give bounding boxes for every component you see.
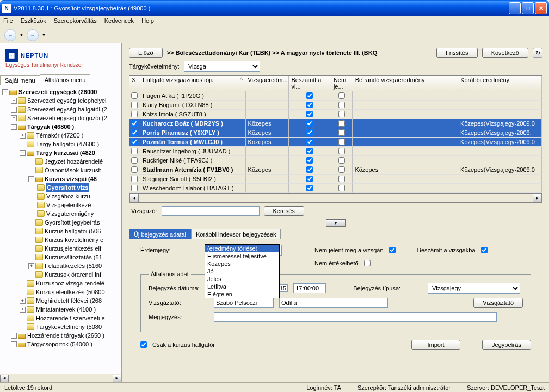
row-checkbox[interactable]	[131, 102, 138, 108]
prev-button[interactable]: Előző	[129, 48, 163, 58]
examiner-first-input[interactable]	[214, 298, 274, 308]
import-button[interactable]: Import	[411, 340, 460, 350]
menu-roleswitch[interactable]: Szerepkörváltás	[54, 17, 97, 26]
row-counts-checkbox[interactable]	[306, 92, 313, 99]
row-absent-checkbox[interactable]	[338, 139, 345, 145]
grade-option[interactable]: Közepes	[205, 260, 279, 267]
examinee-input[interactable]	[162, 206, 260, 216]
tree-item-selected[interactable]: Gyorsított vizs	[46, 183, 89, 192]
row-absent-checkbox[interactable]	[338, 111, 345, 117]
grade-option[interactable]: (eredmény törlése)	[205, 245, 279, 252]
table-row[interactable]: Pozmán Tormás ( MWLCJ0 )KözepesKözepes(V…	[129, 138, 542, 147]
row-checkbox[interactable]	[131, 92, 138, 99]
row-absent-checkbox[interactable]	[338, 120, 345, 127]
write-grade-button[interactable]: Jegybeírás	[482, 340, 531, 350]
sidebar-tab-own[interactable]: Saját menü	[0, 75, 40, 85]
menu-tools[interactable]: Eszközök	[21, 17, 46, 26]
row-counts-checkbox[interactable]	[306, 139, 313, 145]
row-checkbox[interactable]	[131, 129, 138, 136]
grid-scroll-right[interactable]: ►	[533, 194, 542, 202]
table-row[interactable]: Stoginger Sarlott ( S5FBI2 )	[129, 175, 542, 184]
col-student[interactable]: Hallgató vizsgaazonosítója △	[140, 76, 246, 91]
row-counts-checkbox[interactable]	[306, 102, 313, 108]
tab-prev-entries[interactable]: Korábbi indexsor-bejegyzések	[191, 229, 281, 239]
row-absent-checkbox[interactable]	[338, 185, 345, 191]
row-absent-checkbox[interactable]	[338, 176, 345, 182]
table-row[interactable]: Hugeri Atika ( I1P20G )	[129, 91, 542, 101]
row-counts-checkbox[interactable]	[306, 148, 313, 154]
row-checkbox[interactable]	[131, 176, 138, 182]
menu-help[interactable]: Help	[141, 17, 154, 26]
menu-file[interactable]: File	[3, 17, 13, 26]
grade-dropdown-list[interactable]: (eredmény törlése) Elismeréssel teljesít…	[205, 244, 280, 298]
row-checkbox[interactable]	[131, 166, 138, 173]
col-num[interactable]: 3	[129, 76, 140, 91]
scroll-right-button[interactable]: ►	[113, 375, 121, 382]
table-row[interactable]: Ruckriger Niké ( TPA9CJ )	[129, 156, 542, 165]
examiner-button[interactable]: Vizsgáztató	[473, 298, 523, 308]
table-row[interactable]: Kucharocz Boáz ( MDR2YS )KözepesKözepes(…	[129, 119, 542, 128]
col-enter[interactable]: Beírandó vizsgaeredmény	[353, 76, 459, 91]
row-absent-checkbox[interactable]	[338, 102, 345, 108]
nav-forward-button[interactable]: →	[27, 29, 39, 41]
row-absent-checkbox[interactable]	[338, 166, 345, 173]
nav-back-button[interactable]: ←	[4, 29, 16, 41]
row-absent-checkbox[interactable]	[338, 157, 345, 164]
tab-new-entry[interactable]: Új bejegyzés adatai	[129, 229, 191, 239]
table-row[interactable]: Klaity Bogumil ( DXTN88 )	[129, 101, 542, 110]
row-counts-checkbox[interactable]	[306, 111, 313, 117]
col-counts[interactable]: Beszámít a vi...	[289, 76, 331, 91]
table-row[interactable]: Wieschendorff Talabor ( BATAGT )	[129, 184, 542, 193]
grid-scroll-left[interactable]: ◄	[129, 194, 139, 202]
col-prev[interactable]: Korábbi eredmény	[458, 76, 542, 91]
tree-view[interactable]: −Szervezeti egységek (28000 +Szervezeti …	[0, 85, 121, 374]
row-checkbox[interactable]	[131, 120, 138, 127]
row-counts-checkbox[interactable]	[306, 157, 313, 164]
examiner-last-input[interactable]	[279, 298, 388, 308]
row-counts-checkbox[interactable]	[306, 185, 313, 191]
note-input[interactable]	[214, 312, 497, 322]
grade-option[interactable]: Elégtelen	[205, 290, 279, 298]
tree-toggle[interactable]: −	[2, 89, 8, 95]
only-course-checkbox[interactable]	[140, 341, 147, 348]
row-counts-checkbox[interactable]	[306, 129, 313, 136]
next-button[interactable]: Következő	[482, 48, 528, 58]
row-absent-checkbox[interactable]	[338, 92, 345, 99]
search-button[interactable]: Keresés	[264, 206, 304, 216]
table-row[interactable]: Stadlmann Artemízia ( FV1BV0 )KözepesKöz…	[129, 165, 542, 175]
refresh-button[interactable]: Frissítés	[436, 48, 478, 58]
counts-checkbox[interactable]	[481, 247, 488, 253]
row-checkbox[interactable]	[131, 157, 138, 164]
row-checkbox[interactable]	[131, 185, 138, 191]
grade-option[interactable]: Jó	[205, 267, 279, 275]
table-row[interactable]: Porris Piramusz ( Y0XPLY )KözepesKözepes…	[129, 128, 542, 138]
nav-back-drop[interactable]: ▼	[20, 33, 23, 37]
col-absent[interactable]: Nem je...	[331, 76, 353, 91]
collapse-toggle[interactable]: ▼	[326, 219, 346, 227]
row-counts-checkbox[interactable]	[306, 120, 313, 127]
absent-checkbox[interactable]	[389, 247, 396, 253]
col-result[interactable]: Vizsgaeredm...	[245, 76, 289, 91]
grade-option[interactable]: Letiltva	[205, 283, 279, 290]
table-row[interactable]: Rausnitzer Ingeborg ( JUUMAD )	[129, 147, 542, 156]
row-counts-checkbox[interactable]	[306, 166, 313, 173]
sidebar-tab-general[interactable]: Általános menü	[40, 74, 91, 85]
row-absent-checkbox[interactable]	[338, 148, 345, 154]
grade-option[interactable]: Elismeréssel teljesítve	[205, 252, 279, 260]
nav-fwd-drop[interactable]: ▼	[42, 33, 46, 37]
requirement-select[interactable]: Vizsga	[184, 61, 260, 72]
grade-option[interactable]: Jeles	[205, 275, 279, 283]
row-counts-checkbox[interactable]	[306, 176, 313, 182]
reload-icon[interactable]: ↻	[533, 48, 542, 58]
row-checkbox[interactable]	[131, 111, 138, 117]
menu-favorites[interactable]: Kedvencek	[104, 17, 134, 26]
table-row[interactable]: Knizs Imola ( SGZUT8 )	[129, 110, 542, 119]
row-checkbox[interactable]	[131, 139, 138, 145]
maximize-button[interactable]: □	[522, 2, 534, 14]
minimize-button[interactable]: _	[509, 2, 521, 14]
time-input[interactable]	[293, 283, 326, 293]
scroll-left-button[interactable]: ◄	[0, 375, 9, 382]
close-button[interactable]: ✕	[535, 2, 547, 14]
entry-type-select[interactable]: Vizsgajegy	[428, 283, 520, 294]
row-checkbox[interactable]	[131, 148, 138, 154]
